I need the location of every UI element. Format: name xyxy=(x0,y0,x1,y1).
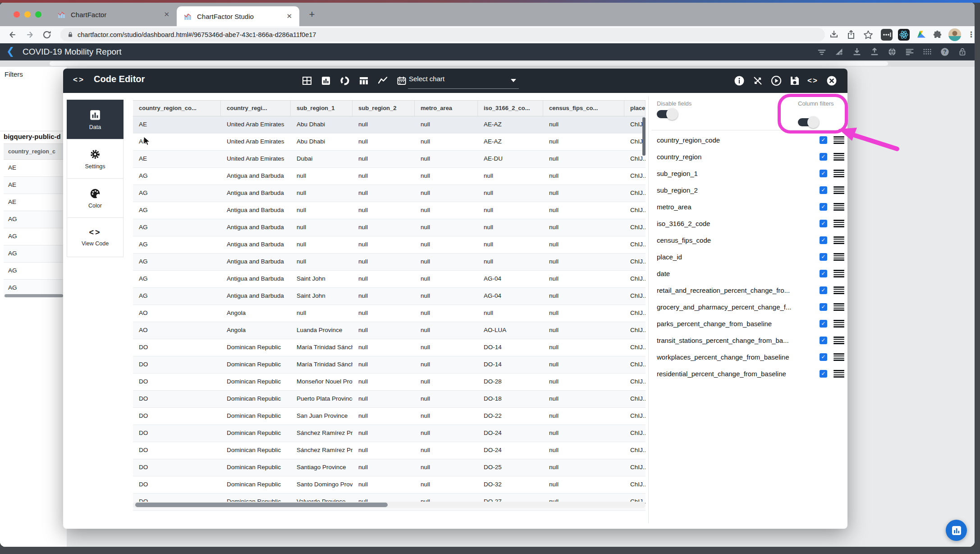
column-header[interactable]: country_regi... xyxy=(221,101,291,116)
table-row[interactable]: DODominican RepublicSantiago Provincenul… xyxy=(133,459,646,476)
table-row[interactable]: DODominican RepublicSan Juan Provincenul… xyxy=(133,408,646,425)
table-row[interactable]: AOAngolaLuanda ProvincenullnullAO-LUAnul… xyxy=(133,322,646,339)
grid-dots-icon[interactable] xyxy=(922,47,932,57)
field-checkbox[interactable]: ✓ xyxy=(820,153,827,161)
drag-handle-icon[interactable] xyxy=(833,235,844,245)
grid-horizontal-scrollbar[interactable] xyxy=(133,502,646,508)
trend-line-icon[interactable] xyxy=(377,75,389,86)
field-checkbox[interactable]: ✓ xyxy=(820,370,827,378)
lock-icon[interactable] xyxy=(957,47,967,57)
table-row[interactable]: DODominican RepublicMaría Trinidad Sánch… xyxy=(133,356,646,374)
drag-handle-icon[interactable] xyxy=(833,286,844,295)
field-checkbox[interactable]: ✓ xyxy=(820,203,827,211)
bar-chart-icon[interactable] xyxy=(320,75,332,86)
table-row[interactable]: AEUnited Arab EmiratesDubainullnullAE-DU… xyxy=(133,151,646,168)
column-header[interactable]: sub_region_2 xyxy=(353,101,415,116)
drag-handle-icon[interactable] xyxy=(833,169,844,178)
info-icon[interactable] xyxy=(733,75,745,87)
tab-chartfactor[interactable]: ChartFactor ✕ xyxy=(50,3,177,26)
drag-handle-icon[interactable] xyxy=(833,352,844,362)
drag-handle-icon[interactable] xyxy=(833,336,844,345)
save-icon[interactable] xyxy=(789,75,801,87)
new-tab-button[interactable]: + xyxy=(306,8,318,21)
download-icon[interactable] xyxy=(852,47,862,57)
drag-handle-icon[interactable] xyxy=(833,369,844,379)
filter-table-row[interactable]: AG xyxy=(4,228,67,245)
table-row[interactable]: AGAntigua and BarbudaSaint JohnnullnullA… xyxy=(133,288,646,305)
close-icon[interactable] xyxy=(826,75,838,87)
chevron-left-icon[interactable]: ❮ xyxy=(6,46,14,57)
column-header[interactable]: iso_3166_2_co... xyxy=(478,101,543,116)
table-row[interactable]: DODominican RepublicSanto Domingo Provin… xyxy=(133,476,646,494)
disable-fields-toggle[interactable] xyxy=(657,110,675,118)
drag-handle-icon[interactable] xyxy=(833,302,844,312)
pivot-table-icon[interactable] xyxy=(358,75,370,86)
url-bar[interactable]: chartfactor.com/studio/dashboard.html#/9… xyxy=(60,28,825,42)
table-row[interactable]: DODominican RepublicPuerto Plata Provinc… xyxy=(133,391,646,408)
table-row[interactable]: AGAntigua and Barbudanullnullnullnullnul… xyxy=(133,202,646,219)
column-header[interactable]: place xyxy=(624,101,646,116)
back-icon[interactable] xyxy=(7,29,18,40)
field-checkbox[interactable]: ✓ xyxy=(820,170,827,177)
filter-table-row[interactable]: AE xyxy=(4,194,67,211)
field-checkbox[interactable]: ✓ xyxy=(820,253,827,261)
chart-settings-icon[interactable] xyxy=(834,47,844,57)
field-checkbox[interactable]: ✓ xyxy=(820,270,827,277)
maximize-window-button[interactable] xyxy=(35,11,41,18)
share-icon[interactable] xyxy=(846,29,856,40)
table-row[interactable]: AGAntigua and Barbudanullnullnullnullnul… xyxy=(133,185,646,202)
drag-handle-icon[interactable] xyxy=(833,319,844,328)
table-row[interactable]: AGAntigua and Barbudanullnullnullnullnul… xyxy=(133,254,646,271)
table-row[interactable]: AEUnited Arab EmiratesAbu DhabinullnullA… xyxy=(133,116,646,134)
react-devtools-extension-icon[interactable] xyxy=(898,29,910,41)
field-checkbox[interactable]: ✓ xyxy=(820,320,827,328)
minimize-window-button[interactable] xyxy=(24,11,31,18)
field-checkbox[interactable]: ✓ xyxy=(820,353,827,361)
filter-table-row[interactable]: AE xyxy=(4,160,67,177)
page-horizontal-scrollbar[interactable] xyxy=(0,60,975,67)
column-header[interactable]: sub_region_1 xyxy=(291,101,353,116)
tab-settings[interactable]: Settings xyxy=(67,139,124,179)
table-row[interactable]: AEUnited Arab EmiratesAbu DhabinullnullA… xyxy=(133,134,646,151)
field-checkbox[interactable]: ✓ xyxy=(820,220,827,227)
close-tab-icon[interactable]: ✕ xyxy=(164,10,169,18)
table-row[interactable]: AOAngolanullnullnullnullnullChIJ... xyxy=(133,305,646,322)
bookmark-star-icon[interactable] xyxy=(863,29,874,40)
filter-icon[interactable] xyxy=(817,47,827,57)
filter-table-scrollbar[interactable] xyxy=(5,294,63,297)
filter-table-row[interactable]: AE xyxy=(4,177,67,194)
field-checkbox[interactable]: ✓ xyxy=(820,136,827,144)
drive-extension-icon[interactable] xyxy=(916,29,927,40)
donut-chart-icon[interactable] xyxy=(339,75,351,86)
drag-handle-icon[interactable] xyxy=(833,185,844,195)
table-row[interactable]: AGAntigua and BarbudaSaint JohnnullnullA… xyxy=(133,271,646,288)
globe-icon[interactable] xyxy=(887,47,897,57)
password-manager-extension-icon[interactable] xyxy=(881,29,893,41)
view-code-icon[interactable]: <> xyxy=(807,75,819,87)
field-checkbox[interactable]: ✓ xyxy=(820,286,827,294)
profile-avatar[interactable] xyxy=(948,28,961,41)
table-row[interactable]: DODominican RepublicSánchez Ramírez Prov… xyxy=(133,425,646,442)
drag-handle-icon[interactable] xyxy=(833,219,844,228)
drag-handle-icon[interactable] xyxy=(833,152,844,162)
floating-chart-button[interactable] xyxy=(946,520,967,541)
field-checkbox[interactable]: ✓ xyxy=(820,236,827,244)
tab-color[interactable]: Color xyxy=(67,178,124,218)
field-checkbox[interactable]: ✓ xyxy=(820,337,827,344)
align-left-icon[interactable] xyxy=(905,47,915,57)
drag-handle-icon[interactable] xyxy=(833,135,844,145)
upload-icon[interactable] xyxy=(870,47,879,57)
help-icon[interactable]: ? xyxy=(940,47,950,57)
tab-data[interactable]: Data xyxy=(67,100,124,139)
tab-view-code[interactable]: <> View Code xyxy=(67,217,124,257)
table-row[interactable]: AGAntigua and Barbudanullnullnullnullnul… xyxy=(133,168,646,185)
reload-icon[interactable] xyxy=(41,29,52,40)
table-row[interactable]: DODominican RepublicSánchez Ramírez Prov… xyxy=(133,442,646,459)
table-row[interactable]: AGAntigua and Barbudanullnullnullnullnul… xyxy=(133,236,646,254)
grid-chart-icon[interactable] xyxy=(301,75,313,86)
table-row[interactable]: AGAntigua and Barbudanullnullnullnullnul… xyxy=(133,219,646,236)
column-header[interactable]: metro_area xyxy=(415,101,478,116)
drag-handle-icon[interactable] xyxy=(833,269,844,278)
filter-table-row[interactable]: AG xyxy=(4,245,67,263)
grid-vertical-scrollbar[interactable] xyxy=(642,117,646,156)
